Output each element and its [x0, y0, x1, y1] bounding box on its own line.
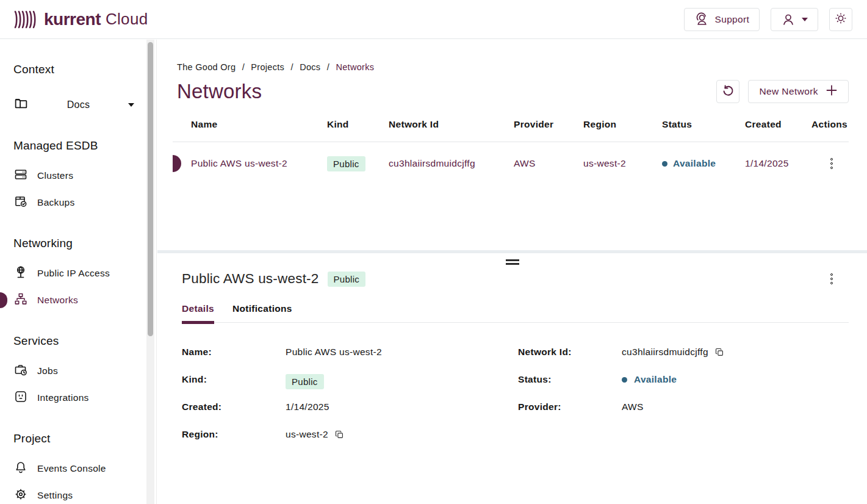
support-button[interactable]: Support	[684, 8, 760, 31]
context-selector-value: Docs	[29, 99, 128, 110]
theme-toggle-button[interactable]	[829, 8, 852, 31]
detail-fields: Name: Public AWS us-west-2 Kind: Public …	[157, 323, 867, 456]
refresh-button[interactable]	[716, 80, 739, 103]
status-label: Available	[634, 374, 677, 385]
logo-waves-icon	[13, 9, 39, 31]
cell-status: Available	[662, 158, 745, 169]
field-label: Kind:	[182, 374, 286, 385]
field-kind: Kind: Public	[182, 374, 518, 389]
sidebar-item-label: Events Console	[37, 463, 106, 474]
bell-icon	[13, 460, 28, 477]
field-created: Created: 1/14/2025	[182, 401, 518, 416]
sidebar-item-clusters[interactable]: Clusters	[13, 167, 156, 184]
detail-kind-badge: Public	[328, 272, 366, 287]
kurrent-cloud-logo[interactable]: kurrent Cloud	[13, 9, 148, 31]
gear-icon	[13, 487, 28, 504]
sun-icon	[834, 12, 847, 27]
field-label: Created:	[182, 401, 286, 412]
column-header-name: Name	[191, 119, 327, 130]
field-value: us-west-2	[286, 429, 328, 440]
detail-actions-kebab-icon[interactable]	[828, 271, 836, 287]
sidebar-heading-project: Project	[13, 432, 156, 445]
refresh-icon	[721, 84, 735, 100]
detail-kind-value-badge: Public	[286, 374, 324, 389]
tab-details[interactable]: Details	[182, 303, 214, 322]
caret-down-icon	[802, 18, 808, 21]
detail-fields-left: Name: Public AWS us-west-2 Kind: Public …	[182, 347, 518, 456]
briefcase-clock-icon	[13, 362, 28, 380]
headset-icon	[694, 12, 709, 27]
field-region: Region: us-west-2	[182, 429, 518, 444]
field-label: Provider:	[518, 401, 622, 412]
field-status: Status: Available	[518, 374, 849, 389]
sidebar-item-label: Clusters	[37, 170, 73, 181]
breadcrumb-project-docs[interactable]: Docs	[300, 62, 320, 72]
logo-brand-text: kurrent	[44, 10, 101, 29]
sidebar-heading-managed-esdb: Managed ESDB	[13, 139, 156, 153]
networks-table: Name Kind Network Id Provider Region Sta…	[173, 119, 849, 185]
user-menu-button[interactable]	[771, 8, 818, 31]
table-header-row: Name Kind Network Id Provider Region Sta…	[173, 119, 849, 142]
sidebar-item-label: Integrations	[37, 392, 89, 403]
support-label: Support	[715, 14, 749, 25]
tab-notifications[interactable]: Notifications	[232, 303, 292, 322]
active-item-indicator	[0, 292, 7, 308]
selected-row-indicator	[173, 155, 181, 172]
page-title: Networks	[177, 80, 262, 103]
outlet-icon	[13, 389, 28, 406]
field-label: Region:	[182, 429, 286, 440]
drag-handle-icon[interactable]	[506, 259, 519, 265]
context-project-selector[interactable]: Docs	[13, 96, 134, 113]
status-label: Available	[673, 158, 716, 169]
sidebar-heading-networking: Networking	[13, 237, 156, 250]
main-content: The Good Org / Projects / Docs / Network…	[157, 40, 867, 504]
field-label: Network Id:	[518, 347, 622, 358]
sidebar-item-backups[interactable]: Backups	[13, 194, 156, 211]
table-row[interactable]: Public AWS us-west-2 Public cu3hlaiirsdm…	[173, 142, 849, 185]
cell-name[interactable]: Public AWS us-west-2	[191, 158, 327, 169]
field-label: Name:	[182, 347, 286, 358]
breadcrumb-separator: /	[323, 62, 333, 72]
field-network-id: Network Id: cu3hlaiirsdmuidcjffg	[518, 347, 849, 361]
sidebar-item-label: Networks	[37, 295, 78, 306]
sidebar: Context Docs Managed ESDB Clusters	[0, 40, 157, 504]
sidebar-item-label: Public IP Access	[37, 268, 110, 279]
field-value: AWS	[622, 401, 644, 412]
caret-down-icon	[128, 103, 134, 107]
sidebar-heading-services: Services	[13, 334, 156, 348]
breadcrumb-org[interactable]: The Good Org	[177, 62, 236, 72]
sidebar-item-networks[interactable]: Networks	[13, 292, 156, 309]
sidebar-item-integrations[interactable]: Integrations	[13, 389, 156, 406]
backup-box-icon	[13, 194, 28, 211]
new-network-label: New Network	[759, 86, 818, 97]
field-value: cu3hlaiirsdmuidcjffg	[622, 347, 708, 358]
sitemap-icon	[13, 292, 28, 309]
field-provider: Provider: AWS	[518, 401, 849, 416]
sidebar-item-label: Backups	[37, 197, 75, 208]
cell-provider: AWS	[514, 158, 583, 169]
new-network-button[interactable]: New Network	[748, 80, 849, 103]
field-name: Name: Public AWS us-west-2	[182, 347, 518, 361]
copy-region-button[interactable]	[335, 430, 344, 439]
row-actions-kebab-icon[interactable]	[828, 156, 836, 172]
sidebar-item-public-ip-access[interactable]: Public IP Access	[13, 265, 156, 282]
breadcrumb-separator: /	[287, 62, 297, 72]
field-value: 1/14/2025	[286, 401, 329, 412]
breadcrumb-separator: /	[239, 62, 248, 72]
sidebar-item-events-console[interactable]: Events Console	[13, 460, 156, 477]
breadcrumb-projects[interactable]: Projects	[251, 62, 284, 72]
sidebar-scrollbar-thumb[interactable]	[148, 42, 153, 336]
field-label: Status:	[518, 374, 622, 385]
top-header: kurrent Cloud Support	[0, 0, 867, 39]
breadcrumb-current: Networks	[336, 62, 374, 72]
network-detail-panel: Public AWS us-west-2 Public Details Noti…	[157, 267, 867, 457]
sidebar-heading-context: Context	[13, 63, 156, 76]
detail-tabs: Details Notifications	[182, 303, 849, 323]
panel-splitter[interactable]	[157, 250, 867, 253]
detail-title: Public AWS us-west-2	[182, 271, 319, 287]
sidebar-item-settings[interactable]: Settings	[13, 487, 156, 504]
globe-stand-icon	[13, 265, 28, 282]
sidebar-item-jobs[interactable]: Jobs	[13, 362, 156, 380]
copy-network-id-button[interactable]	[715, 348, 724, 357]
kind-badge: Public	[327, 156, 365, 171]
